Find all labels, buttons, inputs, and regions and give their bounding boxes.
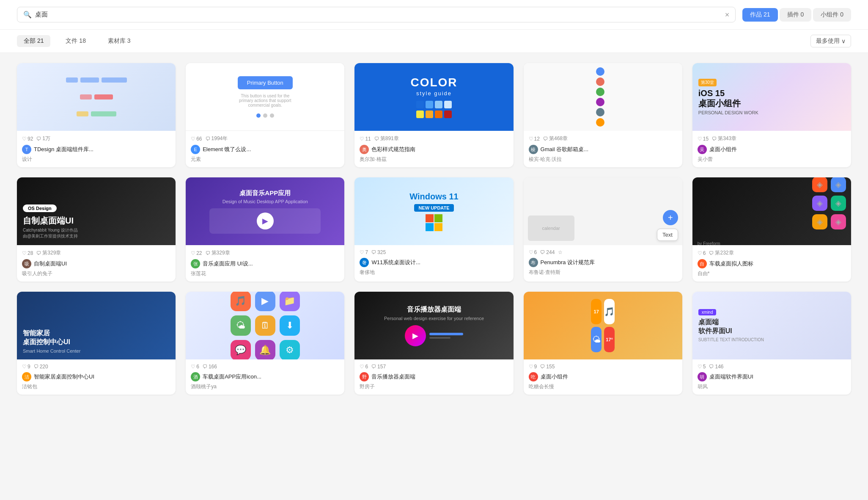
clear-search-button[interactable]: ×: [725, 11, 730, 19]
card-stats: ♡ 15 🗩 第343章: [698, 135, 846, 142]
card-car[interactable]: ◈◈◈◈◈◈ by Freeform ♡ 6 🗩 第232章 自 车载桌面拟人图…: [692, 177, 851, 282]
card-info: ♡ 6 🗩 157 野 音乐播放器桌面端 野房子: [354, 359, 513, 395]
heart-icon: ♡: [698, 136, 702, 142]
card-thumbnail: 第30堂 iOS 15桌面小组件 PERSONAL DESIGN WORK: [692, 63, 851, 131]
likes-stat: ♡ 6: [191, 364, 199, 370]
card-info: ♡ 15 🗩 第343章 吴 桌面小组件 吴小蕾: [692, 131, 851, 167]
comments-stat: 🗩 第329章: [206, 249, 230, 257]
card-title: Element 饿了么设...: [203, 146, 251, 153]
sort-button[interactable]: 最多使用 ∨: [810, 35, 851, 47]
card-gmail[interactable]: ♡ 12 🗩 第468章 棱 Gmail 谷歌邮箱桌... 棱宾·哈克·沃拉: [524, 63, 682, 167]
likes-stat: ♡ 22: [191, 250, 202, 256]
comments-stat: 🗩 220: [34, 364, 48, 370]
avatar: 野: [360, 372, 369, 381]
card-win11[interactable]: Windows 11 NEW UPDATE ♡ 7 🗩 325 奢 W11系统桌…: [354, 177, 513, 282]
filter-all[interactable]: 全部 21: [17, 35, 50, 47]
card-thumbnail: 17 🎵 🌤 17°: [524, 292, 682, 359]
search-input[interactable]: [35, 11, 722, 18]
avatar: 洁: [22, 372, 31, 381]
chevron-down-icon: ∨: [841, 38, 846, 44]
author-name: 棱宾·哈克·沃拉: [529, 156, 677, 163]
heart-icon: ♡: [191, 364, 195, 370]
heart-icon: ♡: [529, 249, 533, 255]
card-thumbnail: xmind 桌面端软件界面UI SUBTITLE TEXT INTRODUCTI…: [692, 292, 851, 359]
author-name: 张莲花: [191, 270, 339, 277]
search-box[interactable]: 🔍 ×: [17, 7, 736, 22]
card-stats: ♡ 6 🗩 166: [191, 364, 339, 370]
svg-rect-0: [426, 214, 434, 222]
card-thumbnail: [17, 63, 176, 131]
avatar: 胡: [698, 372, 707, 381]
tab-works[interactable]: 作品 21: [742, 8, 777, 22]
card-author: 奢 W11系统桌面设计...: [360, 258, 508, 267]
card-ios15[interactable]: 第30堂 iOS 15桌面小组件 PERSONAL DESIGN WORK ♡ …: [692, 63, 851, 167]
comments-stat: 🗩 325: [371, 249, 386, 255]
filter-files[interactable]: 文件 18: [59, 35, 92, 47]
comment-icon: 🗩: [206, 250, 211, 256]
card-author: 胡 桌面端软件界面UI: [698, 372, 846, 381]
likes-stat: ♡ 6: [529, 249, 537, 255]
card-color[interactable]: COLOR style guide ♡ 11 🗩 第891章: [354, 63, 513, 167]
card-carapp[interactable]: 🎵▶📁🌤🗓⬇💬🔔⚙ ♡ 6 🗩 166 酒 车载桌面APP应用icon... 酒…: [186, 292, 344, 395]
heart-icon: ♡: [529, 136, 533, 142]
tab-group: 作品 21 插件 0 小组件 0: [742, 8, 851, 22]
card-smarthome[interactable]: 智能家居桌面控制中心UI Smart Home Control Center ♡…: [17, 292, 176, 395]
card-thumbnail: 音乐播放器桌面端 Personal web design exercise fo…: [354, 292, 513, 359]
card-author: T TDesign 桌面端组件库...: [22, 145, 170, 154]
card-penumbra[interactable]: calendar + Text ♡ 6 🗩 244 ☆ 布 Penumbra 设…: [524, 177, 682, 282]
likes-stat: ♡ 9: [22, 364, 30, 370]
card-stats: ♡ 92 🗩 1万: [22, 135, 170, 142]
likes-stat: ♡ 15: [698, 136, 709, 142]
heart-icon: ♡: [22, 364, 27, 370]
card-title: TDesign 桌面端组件库...: [34, 146, 93, 153]
card-author: 自 车载桌面拟人图标: [698, 259, 846, 268]
comments-stat: 🗩 第329章: [36, 249, 61, 257]
card-title: 车载桌面拟人图标: [709, 260, 753, 268]
card-thumbnail: OS Design 自制桌面端UI Catchyrabbit Young 设计作…: [17, 177, 176, 245]
card-info: ♡ 11 🗩 第891章 奥 色彩样式规范指南 奥尔加·格茲: [354, 131, 513, 167]
card-thumbnail: 智能家居桌面控制中心UI Smart Home Control Center: [17, 292, 176, 359]
card-musicplayer[interactable]: 音乐播放器桌面端 Personal web design exercise fo…: [354, 292, 513, 395]
author-name: 酒颐桃子ya: [191, 383, 339, 390]
author-name: 吃糖会长慢: [529, 383, 677, 390]
card-thumbnail: Primary Button This button is used for t…: [186, 63, 344, 131]
avatar: 吸: [22, 259, 31, 268]
avatar: T: [22, 145, 31, 154]
card-info: ♡ 66 🗩 1994年 E Element 饿了么设... 元素: [186, 131, 344, 167]
card-stats: ♡ 7 🗩 325: [360, 249, 508, 255]
author-name: 胡风: [698, 383, 846, 390]
filter-library[interactable]: 素材库 3: [101, 35, 137, 47]
comments-stat: 🗩 第468章: [543, 135, 568, 142]
author-name: 洁铭包: [22, 383, 170, 390]
tab-plugins[interactable]: 插件 0: [780, 8, 812, 22]
card-title: 自制桌面端UI: [34, 260, 67, 268]
tab-widgets[interactable]: 小组件 0: [813, 8, 851, 22]
comment-icon: 🗩: [709, 364, 714, 370]
comments-stat: 🗩 第343章: [712, 135, 736, 142]
card-deskwidget[interactable]: 17 🎵 🌤 17° ♡ 9 🗩 155 吃 桌面小组件 吃糖会长慢: [524, 292, 682, 395]
card-zizhi[interactable]: OS Design 自制桌面端UI Catchyrabbit Young 设计作…: [17, 177, 176, 282]
card-author: 酒 车载桌面APP应用icon...: [191, 372, 339, 381]
card-tdesign[interactable]: ♡ 92 🗩 1万 T TDesign 桌面端组件库... 设计: [17, 63, 176, 167]
comment-icon: 🗩: [543, 136, 548, 142]
card-stats: ♡ 9 🗩 220: [22, 364, 170, 370]
avatar: 张: [191, 259, 200, 268]
likes-stat: ♡ 12: [529, 136, 540, 142]
card-title: 车载桌面APP应用icon...: [203, 373, 261, 381]
card-element[interactable]: Primary Button This button is used for t…: [186, 63, 344, 167]
card-title: 桌面小组件: [709, 146, 737, 153]
card-desksw[interactable]: xmind 桌面端软件界面UI SUBTITLE TEXT INTRODUCTI…: [692, 292, 851, 395]
author-name: 自由*: [698, 270, 846, 277]
card-info: ♡ 5 🗩 146 胡 桌面端软件界面UI 胡风: [692, 359, 851, 395]
filter-bar: 全部 21 文件 18 素材库 3 最多使用 ∨: [0, 30, 868, 53]
likes-stat: ♡ 9: [529, 364, 537, 370]
author-name: 奥尔加·格茲: [360, 156, 508, 163]
card-author: 布 Penumbra 设计规范库: [529, 258, 677, 267]
card-author: 吴 桌面小组件: [698, 145, 846, 154]
card-author: 张 音乐桌面应用 UI设...: [191, 259, 339, 268]
card-info: ♡ 28 🗩 第329章 吸 自制桌面端UI 吸引人的兔子: [17, 245, 176, 282]
comment-icon: 🗩: [34, 364, 39, 370]
card-music[interactable]: 桌面音乐APP应用 Design of Music Desktop APP Ap…: [186, 177, 344, 282]
card-thumbnail: Windows 11 NEW UPDATE: [354, 177, 513, 245]
card-info: ♡ 12 🗩 第468章 棱 Gmail 谷歌邮箱桌... 棱宾·哈克·沃拉: [524, 131, 682, 167]
